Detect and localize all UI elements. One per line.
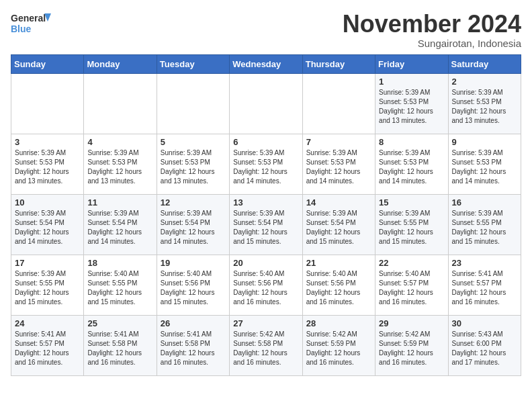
calendar-cell: 3Sunrise: 5:39 AMSunset: 5:53 PMDaylight…	[11, 134, 84, 194]
day-info: Sunrise: 5:40 AMSunset: 5:55 PMDaylight:…	[87, 269, 152, 307]
day-info: Sunrise: 5:39 AMSunset: 5:54 PMDaylight:…	[161, 209, 226, 246]
calendar-cell: 8Sunrise: 5:39 AMSunset: 5:53 PMDaylight…	[375, 134, 448, 194]
calendar-cell: 26Sunrise: 5:41 AMSunset: 5:58 PMDayligh…	[157, 315, 229, 375]
calendar-cell	[157, 73, 229, 134]
svg-text:Blue: Blue	[11, 24, 32, 34]
day-info: Sunrise: 5:42 AMSunset: 5:59 PMDaylight:…	[379, 330, 444, 367]
calendar-cell	[302, 73, 375, 134]
calendar-cell: 27Sunrise: 5:42 AMSunset: 5:58 PMDayligh…	[230, 315, 302, 375]
day-info: Sunrise: 5:41 AMSunset: 5:57 PMDaylight:…	[15, 330, 80, 367]
day-number: 25	[87, 318, 152, 328]
column-header-wednesday: Wednesday	[230, 54, 302, 73]
calendar-cell: 30Sunrise: 5:43 AMSunset: 6:00 PMDayligh…	[448, 315, 521, 375]
calendar-cell: 1Sunrise: 5:39 AMSunset: 5:53 PMDaylight…	[375, 73, 448, 134]
day-info: Sunrise: 5:40 AMSunset: 5:56 PMDaylight:…	[306, 269, 371, 307]
day-info: Sunrise: 5:42 AMSunset: 5:59 PMDaylight:…	[306, 330, 371, 367]
day-number: 21	[306, 258, 371, 268]
day-number: 12	[161, 197, 226, 208]
logo-icon: General Blue	[11, 11, 51, 40]
location-subtitle: Sungairotan, Indonesia	[343, 38, 521, 49]
day-number: 13	[233, 197, 298, 208]
calendar-week-row: 3Sunrise: 5:39 AMSunset: 5:53 PMDaylight…	[11, 134, 521, 194]
day-number: 27	[233, 318, 298, 328]
calendar-cell: 19Sunrise: 5:40 AMSunset: 5:56 PMDayligh…	[157, 255, 229, 315]
day-info: Sunrise: 5:39 AMSunset: 5:54 PMDaylight:…	[15, 209, 80, 246]
calendar-cell: 6Sunrise: 5:39 AMSunset: 5:53 PMDaylight…	[230, 134, 302, 194]
day-number: 20	[233, 258, 298, 268]
day-info: Sunrise: 5:39 AMSunset: 5:53 PMDaylight:…	[233, 148, 298, 186]
day-info: Sunrise: 5:39 AMSunset: 5:55 PMDaylight:…	[15, 269, 80, 307]
day-number: 24	[15, 318, 80, 328]
day-info: Sunrise: 5:41 AMSunset: 5:58 PMDaylight:…	[87, 330, 152, 367]
logo: General Blue	[11, 11, 51, 40]
calendar-cell: 28Sunrise: 5:42 AMSunset: 5:59 PMDayligh…	[302, 315, 375, 375]
calendar-cell: 9Sunrise: 5:39 AMSunset: 5:53 PMDaylight…	[448, 134, 521, 194]
calendar-cell: 23Sunrise: 5:41 AMSunset: 5:57 PMDayligh…	[448, 255, 521, 315]
column-header-thursday: Thursday	[302, 54, 375, 73]
calendar-cell: 5Sunrise: 5:39 AMSunset: 5:53 PMDaylight…	[157, 134, 229, 194]
calendar-cell: 25Sunrise: 5:41 AMSunset: 5:58 PMDayligh…	[84, 315, 157, 375]
day-info: Sunrise: 5:40 AMSunset: 5:57 PMDaylight:…	[379, 269, 444, 307]
day-number: 2	[452, 77, 517, 87]
day-info: Sunrise: 5:39 AMSunset: 5:53 PMDaylight:…	[161, 148, 226, 186]
column-header-monday: Monday	[84, 54, 157, 73]
day-number: 28	[306, 318, 371, 328]
calendar-cell: 7Sunrise: 5:39 AMSunset: 5:53 PMDaylight…	[302, 134, 375, 194]
day-info: Sunrise: 5:43 AMSunset: 6:00 PMDaylight:…	[452, 330, 517, 367]
page-header: General Blue November 2024 Sungairotan, …	[11, 11, 521, 49]
calendar-cell	[84, 73, 157, 134]
calendar-header-row: SundayMondayTuesdayWednesdayThursdayFrid…	[11, 54, 521, 73]
day-info: Sunrise: 5:42 AMSunset: 5:58 PMDaylight:…	[233, 330, 298, 367]
calendar-cell: 22Sunrise: 5:40 AMSunset: 5:57 PMDayligh…	[375, 255, 448, 315]
calendar-cell: 14Sunrise: 5:39 AMSunset: 5:54 PMDayligh…	[302, 194, 375, 255]
calendar-cell: 10Sunrise: 5:39 AMSunset: 5:54 PMDayligh…	[11, 194, 84, 255]
calendar-cell: 17Sunrise: 5:39 AMSunset: 5:55 PMDayligh…	[11, 255, 84, 315]
day-info: Sunrise: 5:41 AMSunset: 5:58 PMDaylight:…	[161, 330, 226, 367]
day-info: Sunrise: 5:39 AMSunset: 5:55 PMDaylight:…	[452, 209, 517, 246]
day-number: 6	[233, 137, 298, 147]
day-info: Sunrise: 5:39 AMSunset: 5:53 PMDaylight:…	[15, 148, 80, 186]
day-number: 30	[452, 318, 517, 328]
column-header-tuesday: Tuesday	[157, 54, 229, 73]
day-number: 23	[452, 258, 517, 268]
day-number: 15	[379, 197, 444, 208]
calendar-cell: 24Sunrise: 5:41 AMSunset: 5:57 PMDayligh…	[11, 315, 84, 375]
day-number: 4	[87, 137, 152, 147]
day-info: Sunrise: 5:40 AMSunset: 5:56 PMDaylight:…	[161, 269, 226, 307]
day-number: 17	[15, 258, 80, 268]
calendar-cell: 20Sunrise: 5:40 AMSunset: 5:56 PMDayligh…	[230, 255, 302, 315]
calendar-cell: 11Sunrise: 5:39 AMSunset: 5:54 PMDayligh…	[84, 194, 157, 255]
calendar-week-row: 24Sunrise: 5:41 AMSunset: 5:57 PMDayligh…	[11, 315, 521, 375]
calendar-cell: 4Sunrise: 5:39 AMSunset: 5:53 PMDaylight…	[84, 134, 157, 194]
calendar-cell: 16Sunrise: 5:39 AMSunset: 5:55 PMDayligh…	[448, 194, 521, 255]
day-number: 9	[452, 137, 517, 147]
day-number: 1	[379, 77, 444, 87]
day-info: Sunrise: 5:39 AMSunset: 5:53 PMDaylight:…	[379, 148, 444, 186]
day-info: Sunrise: 5:40 AMSunset: 5:56 PMDaylight:…	[233, 269, 298, 307]
calendar-table: SundayMondayTuesdayWednesdayThursdayFrid…	[11, 54, 521, 376]
calendar-cell	[230, 73, 302, 134]
calendar-cell: 12Sunrise: 5:39 AMSunset: 5:54 PMDayligh…	[157, 194, 229, 255]
day-info: Sunrise: 5:39 AMSunset: 5:53 PMDaylight:…	[87, 148, 152, 186]
day-info: Sunrise: 5:39 AMSunset: 5:53 PMDaylight:…	[452, 148, 517, 186]
day-number: 16	[452, 197, 517, 208]
day-number: 3	[15, 137, 80, 147]
day-number: 26	[161, 318, 226, 328]
column-header-friday: Friday	[375, 54, 448, 73]
calendar-week-row: 10Sunrise: 5:39 AMSunset: 5:54 PMDayligh…	[11, 194, 521, 255]
day-number: 7	[306, 137, 371, 147]
day-info: Sunrise: 5:39 AMSunset: 5:54 PMDaylight:…	[233, 209, 298, 246]
column-header-saturday: Saturday	[448, 54, 521, 73]
calendar-cell	[11, 73, 84, 134]
month-title: November 2024	[343, 11, 521, 38]
day-info: Sunrise: 5:39 AMSunset: 5:55 PMDaylight:…	[379, 209, 444, 246]
calendar-cell: 15Sunrise: 5:39 AMSunset: 5:55 PMDayligh…	[375, 194, 448, 255]
day-info: Sunrise: 5:39 AMSunset: 5:54 PMDaylight:…	[306, 209, 371, 246]
title-block: November 2024 Sungairotan, Indonesia	[343, 11, 521, 49]
day-number: 14	[306, 197, 371, 208]
day-info: Sunrise: 5:39 AMSunset: 5:53 PMDaylight:…	[452, 88, 517, 126]
calendar-cell: 2Sunrise: 5:39 AMSunset: 5:53 PMDaylight…	[448, 73, 521, 134]
day-number: 22	[379, 258, 444, 268]
day-number: 19	[161, 258, 226, 268]
day-number: 8	[379, 137, 444, 147]
